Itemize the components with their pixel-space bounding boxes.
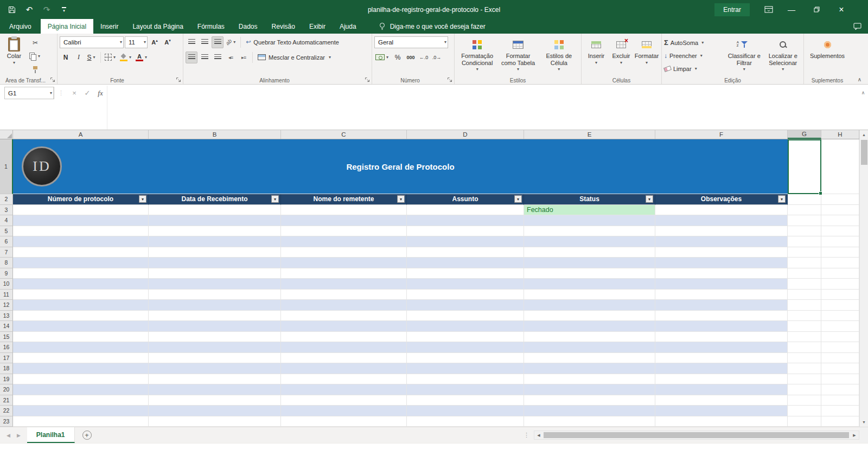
cell-G16[interactable] — [788, 342, 821, 353]
cell-C23[interactable] — [281, 416, 407, 427]
cell-A21[interactable] — [13, 395, 149, 406]
row-header-6[interactable]: 6 — [0, 236, 13, 247]
align-center-button[interactable] — [199, 52, 210, 63]
cell-D4[interactable] — [407, 215, 524, 226]
delete-cells-button[interactable]: Excluir ▾ — [609, 36, 634, 65]
cell-D5[interactable] — [407, 226, 524, 237]
name-box[interactable]: G1 ▾ — [4, 87, 54, 99]
column-header-B[interactable]: B — [149, 130, 281, 139]
cell-C20[interactable] — [281, 384, 407, 395]
font-dialog-launcher[interactable] — [176, 77, 181, 82]
sign-in-button[interactable]: Entrar — [714, 3, 750, 16]
save-button[interactable] — [5, 3, 18, 16]
cell-A23[interactable] — [13, 416, 149, 427]
cell-G20[interactable] — [788, 384, 821, 395]
addins-button[interactable]: Suplementos — [806, 36, 848, 60]
cell-G7[interactable] — [788, 247, 821, 258]
cell-B6[interactable] — [149, 236, 281, 247]
cut-button[interactable]: ✂ — [28, 37, 42, 49]
cell-F9[interactable] — [655, 268, 788, 279]
cell-A3[interactable] — [13, 205, 149, 216]
cell-D14[interactable] — [407, 321, 524, 332]
cell-E15[interactable] — [524, 332, 655, 343]
italic-button[interactable]: I — [73, 52, 85, 63]
font-color-button[interactable]: A▾ — [135, 52, 149, 63]
cell-H6[interactable] — [821, 236, 859, 247]
format-cells-button[interactable]: Formatar ▾ — [634, 36, 660, 65]
cell-H23[interactable] — [821, 416, 859, 427]
cell-G8[interactable] — [788, 258, 821, 268]
column-header-F[interactable]: F — [655, 130, 788, 139]
horizontal-scrollbar[interactable]: ◀ ▶ — [534, 431, 859, 440]
cell-styles-button[interactable]: Estilos de Célula ▾ — [539, 36, 579, 72]
format-as-table-button[interactable]: Formatar como Tabela ▾ — [497, 36, 538, 72]
cell-A8[interactable] — [13, 258, 149, 268]
cell-D9[interactable] — [407, 268, 524, 279]
increase-decimal-button[interactable]: ←.0 — [418, 52, 430, 63]
align-middle-button[interactable] — [199, 36, 210, 48]
row-header-15[interactable]: 15 — [0, 332, 13, 343]
cell-A12[interactable] — [13, 300, 149, 311]
cell-H1[interactable] — [821, 139, 859, 194]
row-header-3[interactable]: 3 — [0, 205, 13, 216]
wrap-text-button[interactable]: ↩ Quebrar Texto Automaticamente — [244, 36, 341, 48]
cell-H22[interactable] — [821, 406, 859, 416]
fill-color-button[interactable]: ▾ — [119, 52, 133, 63]
table-header-D2[interactable]: Assunto▾ — [407, 194, 524, 205]
cell-A7[interactable] — [13, 247, 149, 258]
cell-A17[interactable] — [13, 353, 149, 364]
cell-B14[interactable] — [149, 321, 281, 332]
cell-E21[interactable] — [524, 395, 655, 406]
cell-H4[interactable] — [821, 215, 859, 226]
vertical-scrollbar[interactable]: ▲ ▼ — [859, 130, 868, 427]
merge-center-button[interactable]: Mesclar e Centralizar ▾ — [256, 52, 334, 63]
decrease-decimal-button[interactable]: .0→ — [431, 52, 443, 63]
row-header-22[interactable]: 22 — [0, 406, 13, 416]
cell-H15[interactable] — [821, 332, 859, 343]
cell-F19[interactable] — [655, 374, 788, 385]
tab-formulas[interactable]: Fórmulas — [190, 19, 232, 34]
table-header-F2[interactable]: Observações▾ — [655, 194, 788, 205]
fill-button[interactable]: ↓ Preencher ▾ — [664, 50, 724, 61]
enter-button[interactable]: ✓ — [81, 87, 94, 99]
cell-E5[interactable] — [524, 226, 655, 237]
tab-inserir[interactable]: Inserir — [93, 19, 125, 34]
percent-style-button[interactable]: % — [392, 52, 404, 63]
cell-A14[interactable] — [13, 321, 149, 332]
cell-C4[interactable] — [281, 215, 407, 226]
cell-G4[interactable] — [788, 215, 821, 226]
formula-bar-handle[interactable]: ⋮ — [54, 89, 68, 97]
cell-E16[interactable] — [524, 342, 655, 353]
cell-B16[interactable] — [149, 342, 281, 353]
insert-cells-button[interactable]: Inserir ▾ — [584, 36, 609, 65]
cell-B5[interactable] — [149, 226, 281, 237]
row-header-23[interactable]: 23 — [0, 416, 13, 427]
tab-arquivo[interactable]: Arquivo — [0, 19, 41, 34]
cell-H16[interactable] — [821, 342, 859, 353]
cell-H9[interactable] — [821, 268, 859, 279]
cell-F12[interactable] — [655, 300, 788, 311]
column-header-G[interactable]: G — [788, 130, 821, 139]
cell-E23[interactable] — [524, 416, 655, 427]
cell-D13[interactable] — [407, 311, 524, 322]
cell-H19[interactable] — [821, 374, 859, 385]
cell-D20[interactable] — [407, 384, 524, 395]
row-header-9[interactable]: 9 — [0, 268, 13, 279]
splitter-handle[interactable]: ⋮ — [519, 432, 534, 439]
cell-A20[interactable] — [13, 384, 149, 395]
cell-C19[interactable] — [281, 374, 407, 385]
cell-C18[interactable] — [281, 363, 407, 374]
cell-G17[interactable] — [788, 353, 821, 364]
autosum-button[interactable]: Σ AutoSoma ▾ — [664, 37, 724, 48]
font-size-select[interactable]: 11 ▾ — [125, 36, 148, 48]
cell-F13[interactable] — [655, 311, 788, 322]
align-bottom-button[interactable] — [212, 36, 224, 48]
table-header-B2[interactable]: Data de Recebimento▾ — [149, 194, 281, 205]
cell-H7[interactable] — [821, 247, 859, 258]
cell-A10[interactable] — [13, 279, 149, 290]
cell-G5[interactable] — [788, 226, 821, 237]
cell-E19[interactable] — [524, 374, 655, 385]
cell-F20[interactable] — [655, 384, 788, 395]
cell-B9[interactable] — [149, 268, 281, 279]
cell-D23[interactable] — [407, 416, 524, 427]
